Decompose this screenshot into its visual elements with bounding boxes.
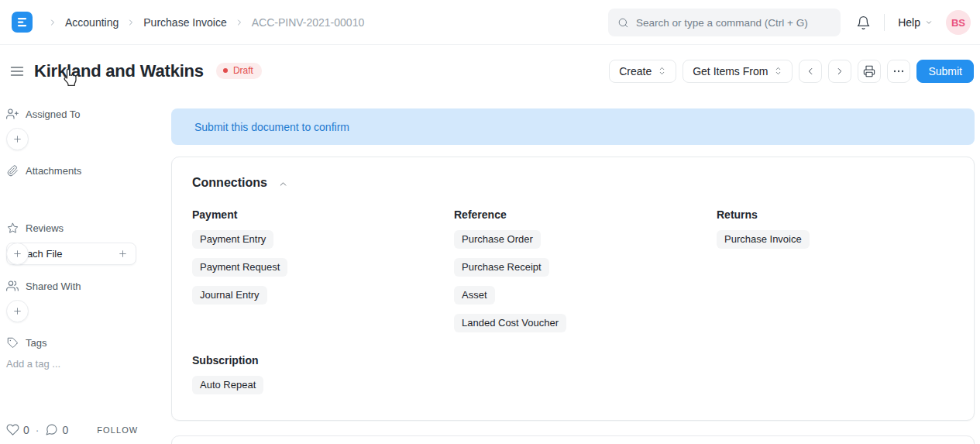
group-links: Auto Repeat <box>192 376 954 394</box>
sidebar-toggle-button[interactable] <box>6 60 28 82</box>
group-label: Returns <box>717 208 954 221</box>
ellipsis-icon <box>892 65 905 77</box>
add-assignment-button[interactable] <box>6 128 29 150</box>
group-label: Subscription <box>192 354 954 367</box>
connection-link[interactable]: Purchase Invoice <box>717 230 810 249</box>
tag-input[interactable]: Add a tag ... <box>6 358 60 370</box>
attachments-section: Attachments Attach File <box>6 165 81 177</box>
create-button-label: Create <box>619 65 652 77</box>
breadcrumb-separator <box>235 18 244 27</box>
alert-banner: Submit this document to confirm <box>171 108 975 145</box>
next-section-card <box>171 435 975 444</box>
search-placeholder: Search or type a command (Ctrl + G) <box>636 17 808 29</box>
user-plus-icon <box>6 108 19 120</box>
attachments-label: Attachments <box>26 165 81 177</box>
page-actions: Create Get Items From <box>609 60 974 83</box>
status-badge: Draft <box>216 63 262 79</box>
plus-icon <box>12 249 22 259</box>
select-caret-icon <box>658 66 666 76</box>
group-label: Reference <box>454 208 717 221</box>
document-sidebar: Assigned To Attachments Attach File <box>6 108 161 418</box>
reviews-header: Reviews <box>6 222 64 234</box>
connection-link[interactable]: Journal Entry <box>192 286 267 305</box>
help-menu[interactable]: Help <box>898 16 933 29</box>
group-subscription: Subscription Auto Repeat <box>192 354 954 394</box>
breadcrumb-item-document-id: ACC-PINV-2021-00010 <box>252 16 365 29</box>
chevron-down-icon <box>925 19 933 26</box>
share-button[interactable] <box>6 300 29 322</box>
comment-icon <box>45 423 58 436</box>
submit-button[interactable]: Submit <box>916 60 974 83</box>
shared-with-header: Shared With <box>6 280 81 292</box>
paperclip-icon <box>6 165 19 177</box>
reviews-section: Reviews <box>6 222 64 234</box>
plus-icon <box>12 134 22 144</box>
like-count: 0 <box>23 424 29 436</box>
hamburger-icon <box>9 64 25 79</box>
page-title[interactable]: Kirkland and Watkins <box>34 61 204 81</box>
connection-link[interactable]: Payment Request <box>192 258 287 277</box>
attachments-header: Attachments <box>6 165 81 177</box>
printer-icon <box>863 65 875 77</box>
notifications-button[interactable] <box>856 15 871 30</box>
connection-link[interactable]: Landed Cost Voucher <box>454 314 566 332</box>
user-avatar[interactable]: BS <box>946 10 971 35</box>
select-caret-icon <box>774 66 782 76</box>
breadcrumb: Accounting Purchase Invoice ACC-PINV-202… <box>48 16 364 29</box>
connection-link[interactable]: Purchase Receipt <box>454 258 549 277</box>
search-input[interactable]: Search or type a command (Ctrl + G) <box>608 9 841 36</box>
plus-icon <box>118 249 128 259</box>
search-icon <box>617 17 629 29</box>
tags-label: Tags <box>26 337 46 349</box>
like-button[interactable] <box>6 423 19 436</box>
connection-link[interactable]: Asset <box>454 286 495 305</box>
print-button[interactable] <box>858 60 881 83</box>
submit-document-link[interactable]: Submit this document to confirm <box>194 121 349 133</box>
connection-link[interactable]: Auto Repeat <box>192 376 263 394</box>
chevron-up-icon <box>278 179 288 189</box>
tags-section: Tags Add a tag ... <box>6 337 46 349</box>
collapse-section-button[interactable] <box>278 177 288 189</box>
connections-groups: Payment Payment EntryPayment RequestJour… <box>192 208 954 342</box>
group-returns: Returns Purchase Invoice <box>717 208 954 342</box>
more-options-button[interactable] <box>887 60 910 83</box>
chevron-left-icon <box>805 66 816 77</box>
add-review-button[interactable] <box>6 243 29 265</box>
comments-button[interactable] <box>45 423 58 436</box>
group-links: Purchase OrderPurchase ReceiptAssetLande… <box>454 230 717 332</box>
main-content: Submit this document to confirm Connecti… <box>171 108 975 444</box>
previous-document-button[interactable] <box>799 60 822 83</box>
app-logo[interactable] <box>12 12 33 33</box>
connection-link[interactable]: Purchase Order <box>454 230 541 249</box>
assigned-to-section: Assigned To <box>6 108 81 120</box>
users-icon <box>6 280 19 292</box>
navbar-divider <box>884 14 885 31</box>
connections-card: Connections Payment Payment EntryPayment… <box>171 157 975 421</box>
connections-header: Connections <box>192 176 954 190</box>
next-document-button[interactable] <box>828 60 851 83</box>
breadcrumb-item-accounting[interactable]: Accounting <box>65 16 119 29</box>
group-links: Payment EntryPayment RequestJournal Entr… <box>192 230 454 305</box>
sidebar-footer: 0 · 0 FOLLOW <box>6 423 138 436</box>
group-label: Payment <box>192 208 454 221</box>
breadcrumb-separator <box>126 18 136 27</box>
page-head: Kirkland and Watkins Draft Create Get It… <box>0 45 980 97</box>
help-label: Help <box>898 16 920 29</box>
assigned-to-header: Assigned To <box>6 108 81 120</box>
group-reference: Reference Purchase OrderPurchase Receipt… <box>454 208 717 342</box>
create-button[interactable]: Create <box>609 60 676 83</box>
get-items-from-button[interactable]: Get Items From <box>683 60 793 83</box>
navbar-right-cluster: Help BS <box>856 0 971 45</box>
navbar: Accounting Purchase Invoice ACC-PINV-202… <box>0 0 980 45</box>
connection-link[interactable]: Payment Entry <box>192 230 273 249</box>
breadcrumb-separator <box>48 18 57 27</box>
plus-icon <box>12 306 22 316</box>
assigned-to-label: Assigned To <box>26 108 81 120</box>
shared-with-section: Shared With <box>6 280 81 292</box>
tags-header: Tags <box>6 337 46 349</box>
status-label: Draft <box>233 65 253 76</box>
follow-button[interactable]: FOLLOW <box>97 425 138 435</box>
breadcrumb-item-purchase-invoice[interactable]: Purchase Invoice <box>143 16 226 29</box>
shared-with-label: Shared With <box>26 281 81 292</box>
group-payment: Payment Payment EntryPayment RequestJour… <box>192 208 454 342</box>
